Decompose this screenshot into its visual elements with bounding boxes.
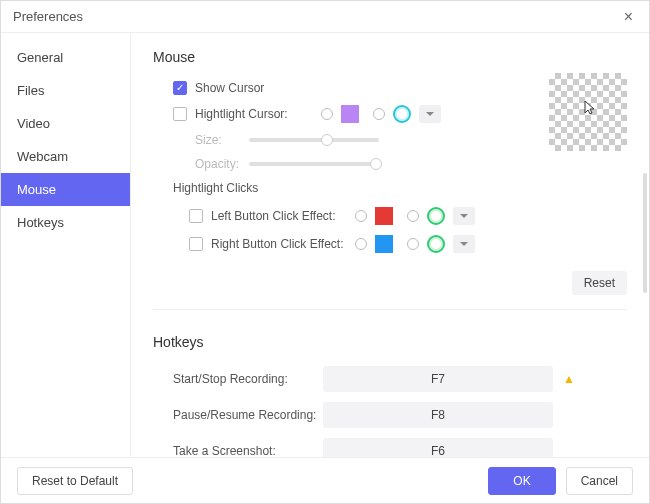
sidebar: General Files Video Webcam Mouse Hotkeys [1, 33, 131, 457]
left-click-ring-dropdown[interactable] [453, 207, 475, 225]
left-click-label: Left Button Click Effect: [211, 209, 349, 223]
highlight-cursor-color-swatch[interactable] [341, 105, 359, 123]
right-click-checkbox[interactable] [189, 237, 203, 251]
cursor-preview [549, 73, 627, 151]
section-divider [153, 309, 627, 310]
sidebar-item-files[interactable]: Files [1, 74, 130, 107]
left-click-checkbox[interactable] [189, 209, 203, 223]
size-label: Size: [195, 133, 249, 147]
reset-button[interactable]: Reset [572, 271, 627, 295]
right-click-radio-solid[interactable] [355, 238, 367, 250]
highlight-cursor-checkbox[interactable] [173, 107, 187, 121]
hotkey-row-pause: Pause/Resume Recording: F8 [153, 402, 627, 428]
sidebar-item-mouse[interactable]: Mouse [1, 173, 130, 206]
opacity-slider[interactable] [249, 162, 379, 166]
cancel-button[interactable]: Cancel [566, 467, 633, 495]
hotkey-label-pause: Pause/Resume Recording: [173, 408, 323, 422]
show-cursor-checkbox[interactable] [173, 81, 187, 95]
hotkey-row-startstop: Start/Stop Recording: F7 ▲ [153, 366, 627, 392]
hotkey-input-screenshot[interactable]: F6 [323, 438, 553, 457]
opacity-label: Opacity: [195, 157, 249, 171]
ok-button[interactable]: OK [488, 467, 555, 495]
scrollbar[interactable] [643, 173, 647, 293]
mouse-section-title: Mouse [153, 49, 627, 65]
left-click-color-swatch[interactable] [375, 207, 393, 225]
cursor-arrow-icon [582, 100, 598, 120]
right-click-ring-dropdown[interactable] [453, 235, 475, 253]
hotkeys-section: Hotkeys Start/Stop Recording: F7 ▲ Pause… [153, 334, 627, 457]
mouse-section: Mouse Show Cursor Hightlight Cursor: [153, 49, 627, 310]
highlight-cursor-label: Hightlight Cursor: [195, 107, 315, 121]
sidebar-item-video[interactable]: Video [1, 107, 130, 140]
highlight-clicks-title: Hightlight Clicks [173, 181, 627, 195]
hotkey-label-screenshot: Take a Screenshot: [173, 444, 323, 457]
warning-icon: ▲ [563, 372, 575, 386]
highlight-cursor-ring-swatch[interactable] [393, 105, 411, 123]
sidebar-item-hotkeys[interactable]: Hotkeys [1, 206, 130, 239]
size-slider[interactable] [249, 138, 379, 142]
reset-to-default-button[interactable]: Reset to Default [17, 467, 133, 495]
preferences-window: Preferences × General Files Video Webcam… [0, 0, 650, 504]
hotkey-row-screenshot: Take a Screenshot: F6 [153, 438, 627, 457]
titlebar: Preferences × [1, 1, 649, 33]
opacity-slider-row: Opacity: [153, 157, 627, 171]
right-click-ring-swatch[interactable] [427, 235, 445, 253]
highlight-cursor-ring-dropdown[interactable] [419, 105, 441, 123]
left-click-row: Left Button Click Effect: [153, 207, 627, 225]
show-cursor-label: Show Cursor [195, 81, 264, 95]
hotkey-input-pause[interactable]: F8 [323, 402, 553, 428]
highlight-cursor-radio-solid[interactable] [321, 108, 333, 120]
footer: Reset to Default OK Cancel [1, 457, 649, 503]
content-pane: Mouse Show Cursor Hightlight Cursor: [131, 33, 649, 457]
hotkey-label-startstop: Start/Stop Recording: [173, 372, 323, 386]
left-click-radio-solid[interactable] [355, 210, 367, 222]
left-click-ring-swatch[interactable] [427, 207, 445, 225]
highlight-cursor-radio-ring[interactable] [373, 108, 385, 120]
sidebar-item-general[interactable]: General [1, 41, 130, 74]
right-click-color-swatch[interactable] [375, 235, 393, 253]
hotkey-input-startstop[interactable]: F7 [323, 366, 553, 392]
window-title: Preferences [13, 9, 620, 24]
window-body: General Files Video Webcam Mouse Hotkeys… [1, 33, 649, 457]
size-slider-thumb[interactable] [321, 134, 333, 146]
right-click-radio-ring[interactable] [407, 238, 419, 250]
sidebar-item-webcam[interactable]: Webcam [1, 140, 130, 173]
right-click-label: Right Button Click Effect: [211, 237, 349, 251]
close-icon[interactable]: × [620, 8, 637, 26]
opacity-slider-thumb[interactable] [370, 158, 382, 170]
right-click-row: Right Button Click Effect: [153, 235, 627, 253]
hotkeys-section-title: Hotkeys [153, 334, 627, 350]
left-click-radio-ring[interactable] [407, 210, 419, 222]
